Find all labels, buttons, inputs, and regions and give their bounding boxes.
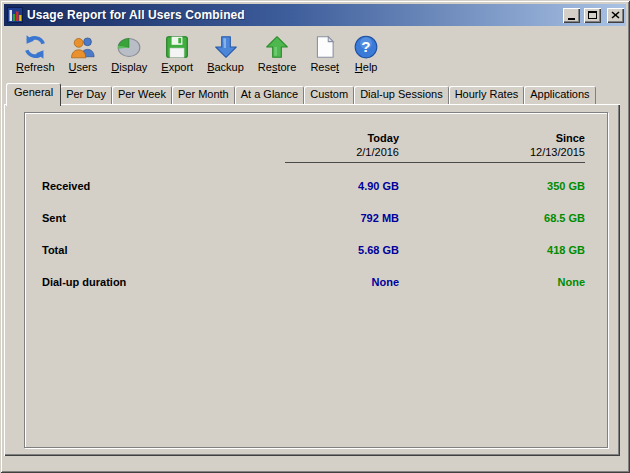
minimize-button[interactable] (563, 8, 580, 23)
tab-at-a-glance[interactable]: At a Glance (235, 86, 304, 104)
toolbar-button-refresh[interactable]: Refresh (11, 32, 60, 75)
minimize-icon (568, 18, 575, 20)
window-title: Usage Report for All Users Combined (27, 8, 559, 22)
toolbar-button-restore[interactable]: Restore (253, 32, 302, 75)
tab-hourly-rates[interactable]: Hourly Rates (449, 86, 525, 104)
export-icon (164, 34, 190, 60)
tab-per-week[interactable]: Per Week (112, 86, 172, 104)
row-label: Total (42, 244, 285, 256)
app-icon (7, 7, 23, 23)
toolbar-label-restore: Restore (258, 61, 297, 74)
today-value: 4.90 GB (285, 180, 399, 192)
toolbar-button-reset[interactable]: Reset (305, 32, 344, 75)
toolbar-button-display[interactable]: Display (106, 32, 152, 75)
report-rows: Received 4.90 GB 350 GB Sent 792 MB 68.5… (42, 180, 607, 308)
close-icon (611, 11, 620, 19)
close-button[interactable] (607, 8, 624, 23)
toolbar-label-users: Users (69, 61, 98, 74)
toolbar-button-backup[interactable]: Backup (202, 32, 249, 75)
tab-strip: General Per Day Per Week Per Month At a … (4, 83, 626, 104)
reset-icon (312, 34, 338, 60)
column-title: Since (399, 132, 585, 145)
tab-per-day[interactable]: Per Day (60, 86, 112, 104)
display-icon (116, 34, 142, 60)
toolbar-label-export: Export (161, 61, 193, 74)
table-row-total: Total 5.68 GB 418 GB (42, 244, 607, 276)
column-header-since: Since 12/13/2015 (399, 132, 585, 159)
toolbar-label-display: Display (111, 61, 147, 74)
maximize-icon (588, 11, 597, 19)
toolbar-label-backup: Backup (207, 61, 244, 74)
titlebar[interactable]: Usage Report for All Users Combined (4, 4, 626, 26)
column-date: 2/1/2016 (285, 145, 399, 159)
toolbar-label-reset: Reset (310, 61, 339, 74)
row-label: Sent (42, 212, 285, 224)
toolbar-label-refresh: Refresh (16, 61, 55, 74)
tab-page-general: Today 2/1/2016 Since 12/13/2015 Received… (4, 104, 620, 456)
toolbar-label-help: Help (355, 61, 378, 74)
today-value: 792 MB (285, 212, 399, 224)
table-row-sent: Sent 792 MB 68.5 GB (42, 212, 607, 244)
today-value: None (285, 276, 399, 288)
toolbar-button-export[interactable]: Export (156, 32, 198, 75)
svg-text:?: ? (362, 38, 371, 55)
window: Usage Report for All Users Combined Refr… (0, 0, 630, 473)
help-icon: ? (353, 34, 379, 60)
backup-icon (213, 34, 239, 60)
since-value: 418 GB (399, 244, 585, 256)
toolbar-button-help[interactable]: ? Help (348, 32, 384, 75)
since-value: 350 GB (399, 180, 585, 192)
tab-per-month[interactable]: Per Month (172, 86, 235, 104)
column-date: 12/13/2015 (399, 145, 585, 159)
toolbar: Refresh Users Display (4, 26, 626, 83)
since-value: 68.5 GB (399, 212, 585, 224)
usage-report-table: Today 2/1/2016 Since 12/13/2015 Received… (25, 113, 607, 308)
row-label: Received (42, 180, 285, 192)
maximize-button[interactable] (584, 8, 601, 23)
tab-dial-up-sessions[interactable]: Dial-up Sessions (354, 86, 449, 104)
tab-custom[interactable]: Custom (304, 86, 354, 104)
refresh-icon (22, 34, 48, 60)
toolbar-button-users[interactable]: Users (64, 32, 103, 75)
header-rule (285, 162, 585, 163)
table-row-dial-up-duration: Dial-up duration None None (42, 276, 607, 308)
report-header: Today 2/1/2016 Since 12/13/2015 (42, 132, 607, 159)
column-title: Today (285, 132, 399, 145)
report-panel: Today 2/1/2016 Since 12/13/2015 Received… (24, 112, 608, 448)
since-value: None (399, 276, 585, 288)
table-row-received: Received 4.90 GB 350 GB (42, 180, 607, 212)
today-value: 5.68 GB (285, 244, 399, 256)
tab-general[interactable]: General (6, 83, 61, 106)
users-icon (70, 34, 96, 60)
column-header-today: Today 2/1/2016 (285, 132, 399, 159)
row-label: Dial-up duration (42, 276, 285, 288)
tab-applications[interactable]: Applications (524, 86, 595, 104)
restore-icon (264, 34, 290, 60)
